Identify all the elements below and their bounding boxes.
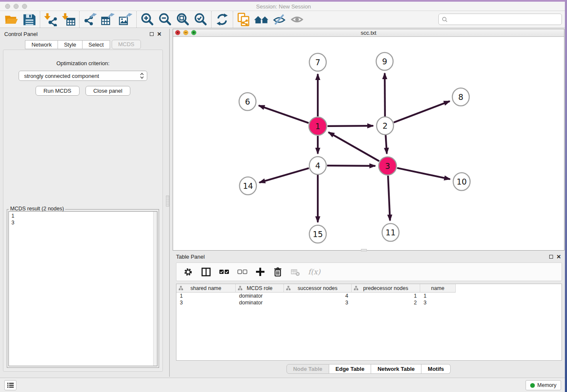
export-network-icon <box>83 13 98 26</box>
chevron-up-down-icon <box>140 72 144 79</box>
cell-successor-nodes[interactable]: 3 <box>284 299 352 306</box>
tab-mcds[interactable]: MCDS <box>112 40 140 49</box>
graph-edge-2-8[interactable] <box>394 101 450 122</box>
cell-predecessor-nodes[interactable]: 2 <box>352 299 420 306</box>
tab-style[interactable]: Style <box>58 40 83 49</box>
main-toolbar <box>0 11 567 28</box>
cell-shared-name[interactable]: 1 <box>176 293 236 299</box>
first-neighbors-button[interactable] <box>253 12 270 27</box>
run-mcds-button[interactable]: Run MCDS <box>36 86 80 96</box>
table-row[interactable]: 1 dominator 4 1 1 <box>176 293 561 299</box>
cell-shared-name[interactable]: 3 <box>176 299 236 306</box>
close-panel-icon[interactable]: ✕ <box>157 32 162 36</box>
network-canvas[interactable]: 7968124314101511 <box>173 37 564 250</box>
column-header-shared-name[interactable]: shared name <box>176 284 236 293</box>
mcds-panel: Optimization criterion: strongly connect… <box>3 50 163 372</box>
column-header-mcds-role[interactable]: MCDS role <box>236 284 284 293</box>
column-header-name[interactable]: name <box>420 284 456 293</box>
search-box[interactable] <box>438 14 562 25</box>
task-history-button[interactable] <box>4 380 17 390</box>
toolbar-separator <box>233 11 233 28</box>
duplicate-network-button[interactable] <box>235 12 253 27</box>
graph-edge-3-11[interactable] <box>388 176 390 221</box>
search-input[interactable] <box>448 15 561 24</box>
graph-node-15[interactable]: 15 <box>309 225 326 243</box>
graph-edge-1-2[interactable] <box>328 126 373 126</box>
hide-selected-button[interactable] <box>270 12 288 27</box>
close-table-panel-icon[interactable]: ✕ <box>556 255 561 259</box>
graph-edge-2-3[interactable] <box>385 135 387 154</box>
import-network-button[interactable] <box>42 12 60 27</box>
zoom-out-button[interactable] <box>156 12 174 27</box>
vertical-splitter-grip[interactable] <box>166 196 169 207</box>
tab-edge-table[interactable]: Edge Table <box>329 364 371 374</box>
export-table-button[interactable] <box>99 12 117 27</box>
table-settings-button[interactable] <box>183 267 193 277</box>
graph-node-3[interactable]: 3 <box>379 157 396 175</box>
svg-text:8: 8 <box>458 92 463 102</box>
save-session-button[interactable] <box>20 12 38 27</box>
cell-mcds-role[interactable]: dominator <box>236 299 284 306</box>
graph-node-11[interactable]: 11 <box>382 224 399 241</box>
graph-edge-4-14[interactable] <box>259 168 309 182</box>
graph-node-10[interactable]: 10 <box>453 173 470 190</box>
graph-edge-1-6[interactable] <box>259 105 308 123</box>
create-column-button[interactable] <box>256 267 265 276</box>
tab-network[interactable]: Network <box>25 40 58 49</box>
optimization-criterion-select[interactable]: strongly connected component <box>19 71 147 81</box>
zoom-fit-button[interactable] <box>174 12 192 27</box>
import-table-button[interactable] <box>60 12 77 27</box>
network-window-titlebar[interactable]: scc.txt <box>173 29 564 37</box>
result-scrollbar[interactable] <box>153 212 157 366</box>
delete-column-button[interactable] <box>273 267 283 277</box>
graph-node-1[interactable]: 1 <box>309 117 327 135</box>
cell-name[interactable]: 1 <box>420 293 456 299</box>
graph-node-9[interactable]: 9 <box>376 52 393 70</box>
cell-predecessor-nodes[interactable]: 1 <box>352 293 420 299</box>
select-all-columns-button[interactable] <box>219 269 229 274</box>
desktop-edge-top <box>0 0 567 2</box>
svg-text:2: 2 <box>383 121 388 130</box>
show-all-button[interactable] <box>288 12 306 27</box>
graph-node-14[interactable]: 14 <box>239 177 256 195</box>
export-network-button[interactable] <box>81 12 99 27</box>
float-panel-icon[interactable] <box>150 32 154 36</box>
tab-node-table[interactable]: Node Table <box>286 364 329 374</box>
column-header-predecessor-nodes[interactable]: predecessor nodes <box>352 284 420 293</box>
tab-select[interactable]: Select <box>83 40 110 49</box>
tab-network-table[interactable]: Network Table <box>371 364 421 374</box>
node-table[interactable]: shared name MCDS role successor nodes pr… <box>176 284 562 361</box>
graph-node-4[interactable]: 4 <box>309 157 326 174</box>
refresh-button[interactable] <box>213 12 231 27</box>
graph-edge-2-9[interactable] <box>385 73 385 116</box>
graph-node-7[interactable]: 7 <box>309 53 326 71</box>
graph-edge-3-10[interactable] <box>397 168 450 179</box>
mcds-result-title: MCDS result (2 nodes) <box>9 206 65 212</box>
cell-mcds-role[interactable]: dominator <box>236 293 284 299</box>
graph-node-8[interactable]: 8 <box>452 88 469 106</box>
graph-node-2[interactable]: 2 <box>377 117 394 135</box>
close-panel-button[interactable]: Close panel <box>85 86 131 96</box>
cell-name[interactable]: 3 <box>420 299 456 306</box>
column-header-successor-nodes[interactable]: successor nodes <box>284 284 352 293</box>
export-image-button[interactable] <box>117 12 135 27</box>
graph-edge-3-1[interactable] <box>328 132 379 161</box>
deselect-all-columns-button[interactable] <box>237 269 248 274</box>
graph-node-6[interactable]: 6 <box>239 93 256 110</box>
control-panel-tabs: Network Style Select MCDS <box>0 40 166 49</box>
mcds-result-textarea[interactable]: 1 3 <box>8 211 157 366</box>
table-row[interactable]: 3 dominator 3 2 3 <box>176 299 561 306</box>
vertical-splitter[interactable] <box>169 29 170 377</box>
tab-motifs[interactable]: Motifs <box>421 364 451 374</box>
selected-criterion: strongly connected component <box>24 73 140 79</box>
svg-text:14: 14 <box>243 181 253 190</box>
memory-button[interactable]: Memory <box>526 380 561 390</box>
open-session-button[interactable] <box>3 12 20 27</box>
float-table-panel-icon[interactable] <box>549 255 553 259</box>
toggle-panel-mode-button[interactable] <box>201 267 211 277</box>
zoom-selected-button[interactable] <box>192 12 209 27</box>
graph-edge-4-3[interactable] <box>327 166 375 166</box>
gear-icon <box>183 267 193 277</box>
zoom-in-button[interactable] <box>138 12 156 27</box>
cell-successor-nodes[interactable]: 4 <box>284 293 352 299</box>
